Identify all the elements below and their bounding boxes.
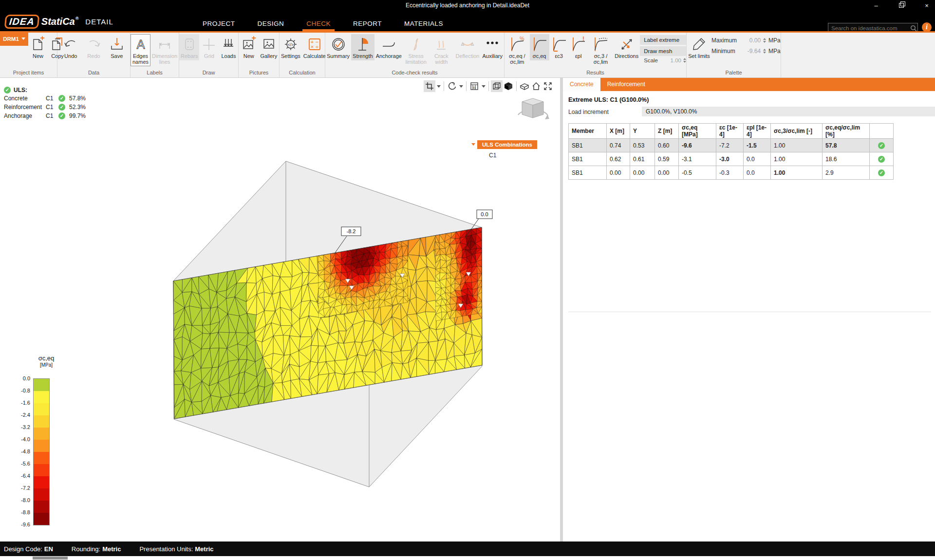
ribbon-button-c3[interactable]: εc3: [549, 34, 569, 60]
ribbon-group-caption: Draw: [179, 69, 238, 77]
limit-label: Minimum: [711, 48, 738, 55]
numbers-icon[interactable]: 31: [468, 80, 480, 92]
ribbon-button-new[interactable]: New: [28, 34, 48, 60]
menu-tab-project[interactable]: PROJECT: [203, 17, 235, 31]
load-increment-label: Load increment: [568, 109, 609, 115]
ribbon-group-caption: Calculation: [280, 69, 325, 77]
result-legend: σc,eq [MPa] 0.0-0.8-1.6-2.4-3.2-4.0-4.8-…: [15, 355, 78, 528]
rotate-icon[interactable]: [446, 80, 458, 92]
chevron-down-icon[interactable]: [435, 80, 442, 92]
table-row[interactable]: SB10.000.000.00-0.5-0.30.01.002.9✓: [569, 166, 894, 180]
home-view-icon[interactable]: [530, 80, 542, 92]
clipping-view-icon[interactable]: [519, 80, 530, 92]
combination-item[interactable]: C1: [489, 152, 496, 159]
ribbon-button-directions[interactable]: Directions: [613, 34, 640, 60]
combinations-header[interactable]: ULS Combinations: [471, 140, 537, 149]
zoom-fit-icon[interactable]: [542, 80, 554, 92]
scale-input[interactable]: 1.00: [660, 57, 681, 63]
menu-tab-report[interactable]: REPORT: [353, 17, 382, 31]
uls-row-anchorage: AnchorageC1✓99.7%: [4, 112, 86, 120]
ribbon-button-label: Edges names: [132, 53, 149, 65]
table-cell: SB1: [569, 166, 607, 180]
legend-band: [34, 379, 49, 391]
restore-button[interactable]: [897, 2, 906, 9]
limit-input-maximum[interactable]: 0.00: [740, 37, 761, 44]
spinner-control[interactable]: [763, 38, 766, 43]
ribbon-button-c-3-c-lim[interactable]: σc,3 / σc,lim: [588, 34, 614, 66]
tab-reinforcement[interactable]: Reinforcement: [600, 78, 652, 91]
ribbon-button-summary[interactable]: Summary: [325, 34, 351, 60]
uls-item-value: 52.3%: [69, 104, 86, 111]
ribbon-button-auxiliary[interactable]: Auxiliary: [481, 34, 504, 60]
close-button[interactable]: ×: [922, 2, 931, 9]
status-cell: ✓: [870, 166, 894, 180]
menu-tab-check[interactable]: CHECK: [306, 17, 331, 31]
ribbon-button-label: Summary: [327, 53, 350, 59]
ribbon-button-label: Settings: [281, 53, 300, 59]
table-cell: 18.6: [823, 152, 870, 166]
tab-concrete[interactable]: Concrete: [563, 78, 600, 91]
legend-tick-label: -5.6: [8, 461, 30, 467]
svg-text:%: %: [520, 36, 524, 41]
chevron-down-icon[interactable]: [480, 80, 486, 92]
navigation-cube[interactable]: [511, 93, 554, 125]
svg-text:÷: ÷: [316, 44, 318, 50]
ribbon-group-caption: Palette: [687, 69, 781, 77]
anchorage-icon: [380, 36, 397, 53]
wireframe-cube-icon[interactable]: [491, 80, 503, 92]
search-icon[interactable]: [909, 25, 917, 32]
ribbon-button-label: Grid: [204, 53, 214, 59]
project-item-selector[interactable]: DRM1: [0, 32, 28, 46]
search-input[interactable]: [828, 25, 909, 31]
minimize-button[interactable]: –: [872, 2, 880, 9]
tray-artifact: [33, 557, 68, 560]
table-cell: SB1: [569, 139, 607, 152]
ribbon-button-edges-names[interactable]: AEdges names: [131, 34, 150, 66]
ribbon-button-new[interactable]: New: [239, 34, 259, 60]
ribbon-button-pl[interactable]: !εpl: [569, 34, 588, 60]
legend-tick-label: -4.0: [8, 436, 30, 442]
uls-item-value: 57.8%: [69, 95, 86, 102]
spinner-control[interactable]: [763, 49, 766, 54]
menu-tab-materials[interactable]: MATERIALS: [404, 17, 443, 31]
ribbon-button-c-eq-c-lim[interactable]: %σc,eq / σc,lim: [505, 34, 530, 66]
crop-icon[interactable]: [424, 80, 435, 92]
info-icon[interactable]: i: [922, 22, 932, 32]
solid-cube-icon[interactable]: [503, 80, 514, 92]
ribbon-button-save[interactable]: Save: [107, 34, 127, 60]
uls-item-combo: C1: [46, 95, 58, 102]
unit-label: MPa: [768, 48, 781, 55]
ribbon-button-c-eq[interactable]: σc,eq: [530, 34, 549, 60]
table-row[interactable]: SB10.620.610.59-3.1-3.00.01.0018.6✓: [569, 152, 894, 166]
ribbon-button-label: Anchorage: [376, 53, 402, 59]
results-tabs: ConcreteReinforcement: [563, 78, 935, 91]
spinner-control[interactable]: [683, 58, 686, 63]
ribbon-button-strength[interactable]: Strength: [351, 34, 374, 60]
ribbon-button-loads[interactable]: Loads: [219, 34, 238, 60]
limit-input-minimum[interactable]: -9.64: [740, 48, 761, 55]
column-header: Y: [630, 124, 655, 139]
menu-tab-design[interactable]: DESIGN: [258, 17, 284, 31]
combinations-label[interactable]: ULS Combinations: [477, 140, 537, 149]
ribbon-button-rebars: Rebars: [179, 34, 199, 60]
column-header: εc [1e-4]: [716, 124, 744, 139]
ribbon-group-caption: Results: [505, 69, 686, 77]
toggle-label-extreme[interactable]: Label extreme: [640, 35, 686, 45]
ribbon-button-gallery[interactable]: Gallery: [259, 34, 279, 60]
ribbon-button-calculate[interactable]: +−×÷Calculate: [302, 34, 327, 60]
legend-band: [34, 488, 49, 501]
ribbon-button-set-limits[interactable]: Set limits: [687, 34, 711, 60]
ribbon-button-stress-limitation: Stress limitation: [403, 34, 429, 66]
toggle-draw-mesh[interactable]: Draw mesh: [640, 46, 686, 56]
legend-band: [34, 464, 49, 476]
ribbon-button-undo[interactable]: Undo: [61, 34, 80, 60]
crack-width-icon: [433, 36, 449, 53]
ribbon-button-anchorage[interactable]: Anchorage: [374, 34, 403, 60]
table-row[interactable]: SB10.740.530.60-9.6-7.2-1.51.0057.8✓: [569, 139, 894, 152]
legend-tick-label: -1.6: [8, 400, 30, 406]
ribbon-button-settings[interactable]: </>Settings: [280, 34, 302, 60]
legend-color-bar: [33, 378, 50, 525]
chevron-down-icon[interactable]: [458, 80, 464, 92]
load-increment-select[interactable]: G100.0%, V100.0% ▼: [642, 107, 935, 116]
legend-tick-label: -6.4: [8, 473, 30, 479]
